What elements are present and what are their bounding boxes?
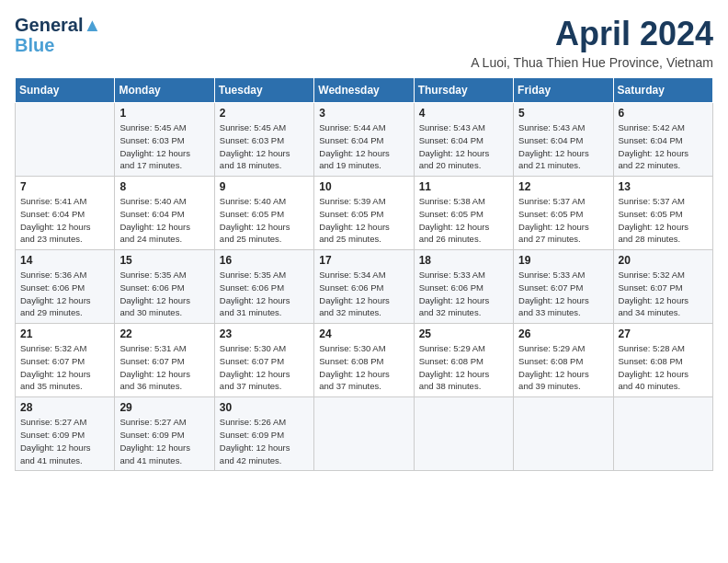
logo: General▲ Blue bbox=[15, 15, 101, 55]
day-info: Sunrise: 5:43 AMSunset: 6:04 PMDaylight:… bbox=[419, 121, 508, 172]
day-info: Sunrise: 5:36 AMSunset: 6:06 PMDaylight:… bbox=[20, 269, 109, 319]
calendar-cell bbox=[414, 397, 513, 471]
calendar-cell: 26Sunrise: 5:29 AMSunset: 6:08 PMDayligh… bbox=[514, 324, 613, 397]
week-row-2: 7Sunrise: 5:41 AMSunset: 6:04 PMDaylight… bbox=[16, 177, 713, 250]
location-title: A Luoi, Thua Thien Hue Province, Vietnam bbox=[471, 55, 713, 70]
day-info: Sunrise: 5:42 AMSunset: 6:04 PMDaylight:… bbox=[619, 121, 708, 172]
day-info: Sunrise: 5:45 AMSunset: 6:03 PMDaylight:… bbox=[119, 121, 209, 172]
day-number: 6 bbox=[619, 107, 708, 120]
title-block: April 2024 A Luoi, Thua Thien Hue Provin… bbox=[471, 15, 713, 70]
logo-line1: General▲ bbox=[15, 15, 101, 35]
day-number: 4 bbox=[419, 107, 508, 120]
weekday-header-monday: Monday bbox=[115, 78, 214, 103]
day-info: Sunrise: 5:31 AMSunset: 6:07 PMDaylight:… bbox=[119, 342, 209, 393]
calendar-cell bbox=[613, 397, 712, 471]
day-number: 28 bbox=[20, 401, 109, 414]
calendar-cell: 12Sunrise: 5:37 AMSunset: 6:05 PMDayligh… bbox=[514, 177, 613, 250]
calendar-cell: 19Sunrise: 5:33 AMSunset: 6:07 PMDayligh… bbox=[514, 250, 613, 324]
weekday-header-thursday: Thursday bbox=[414, 78, 513, 103]
day-info: Sunrise: 5:44 AMSunset: 6:04 PMDaylight:… bbox=[319, 121, 408, 172]
day-number: 5 bbox=[518, 107, 608, 120]
calendar-cell: 30Sunrise: 5:26 AMSunset: 6:09 PMDayligh… bbox=[214, 397, 313, 471]
day-number: 2 bbox=[220, 107, 309, 120]
calendar-cell: 28Sunrise: 5:27 AMSunset: 6:09 PMDayligh… bbox=[16, 397, 115, 471]
calendar-cell: 13Sunrise: 5:37 AMSunset: 6:05 PMDayligh… bbox=[613, 177, 712, 250]
day-number: 29 bbox=[119, 401, 209, 414]
day-info: Sunrise: 5:43 AMSunset: 6:04 PMDaylight:… bbox=[518, 121, 608, 172]
day-info: Sunrise: 5:30 AMSunset: 6:07 PMDaylight:… bbox=[220, 342, 309, 393]
day-number: 8 bbox=[119, 180, 209, 193]
calendar-cell: 8Sunrise: 5:40 AMSunset: 6:04 PMDaylight… bbox=[115, 177, 214, 250]
day-number: 7 bbox=[20, 180, 109, 193]
day-number: 9 bbox=[220, 180, 309, 193]
day-number: 19 bbox=[518, 254, 608, 267]
day-info: Sunrise: 5:39 AMSunset: 6:05 PMDaylight:… bbox=[319, 195, 408, 246]
day-info: Sunrise: 5:37 AMSunset: 6:05 PMDaylight:… bbox=[518, 195, 608, 246]
page-header: General▲ Blue April 2024 A Luoi, Thua Th… bbox=[15, 15, 713, 70]
day-number: 16 bbox=[220, 254, 309, 267]
day-info: Sunrise: 5:37 AMSunset: 6:05 PMDaylight:… bbox=[619, 195, 708, 246]
calendar-cell: 14Sunrise: 5:36 AMSunset: 6:06 PMDayligh… bbox=[16, 250, 115, 324]
calendar-cell bbox=[16, 103, 115, 177]
day-info: Sunrise: 5:35 AMSunset: 6:06 PMDaylight:… bbox=[119, 269, 209, 319]
calendar-cell: 23Sunrise: 5:30 AMSunset: 6:07 PMDayligh… bbox=[214, 324, 313, 397]
day-info: Sunrise: 5:35 AMSunset: 6:06 PMDaylight:… bbox=[220, 269, 309, 319]
weekday-header-friday: Friday bbox=[514, 78, 613, 103]
day-info: Sunrise: 5:40 AMSunset: 6:05 PMDaylight:… bbox=[220, 195, 309, 246]
weekday-header-saturday: Saturday bbox=[613, 78, 712, 103]
day-info: Sunrise: 5:27 AMSunset: 6:09 PMDaylight:… bbox=[20, 416, 109, 466]
day-info: Sunrise: 5:32 AMSunset: 6:07 PMDaylight:… bbox=[619, 269, 708, 319]
weekday-header-sunday: Sunday bbox=[16, 78, 115, 103]
day-number: 23 bbox=[220, 327, 309, 340]
day-number: 27 bbox=[619, 327, 708, 340]
calendar-cell: 29Sunrise: 5:27 AMSunset: 6:09 PMDayligh… bbox=[115, 397, 214, 471]
day-info: Sunrise: 5:40 AMSunset: 6:04 PMDaylight:… bbox=[119, 195, 209, 246]
calendar-cell: 9Sunrise: 5:40 AMSunset: 6:05 PMDaylight… bbox=[214, 177, 313, 250]
calendar-cell: 11Sunrise: 5:38 AMSunset: 6:05 PMDayligh… bbox=[414, 177, 513, 250]
calendar-cell: 17Sunrise: 5:34 AMSunset: 6:06 PMDayligh… bbox=[314, 250, 414, 324]
week-row-4: 21Sunrise: 5:32 AMSunset: 6:07 PMDayligh… bbox=[16, 324, 713, 397]
calendar-cell bbox=[314, 397, 414, 471]
day-info: Sunrise: 5:34 AMSunset: 6:06 PMDaylight:… bbox=[319, 269, 408, 319]
calendar-cell: 10Sunrise: 5:39 AMSunset: 6:05 PMDayligh… bbox=[314, 177, 414, 250]
day-number: 21 bbox=[20, 327, 109, 340]
calendar-cell: 20Sunrise: 5:32 AMSunset: 6:07 PMDayligh… bbox=[613, 250, 712, 324]
day-number: 11 bbox=[419, 180, 508, 193]
weekday-header-row: SundayMondayTuesdayWednesdayThursdayFrid… bbox=[16, 78, 713, 103]
logo-line2: Blue bbox=[15, 35, 101, 55]
day-info: Sunrise: 5:38 AMSunset: 6:05 PMDaylight:… bbox=[419, 195, 508, 246]
day-info: Sunrise: 5:26 AMSunset: 6:09 PMDaylight:… bbox=[220, 416, 309, 466]
calendar-cell: 6Sunrise: 5:42 AMSunset: 6:04 PMDaylight… bbox=[613, 103, 712, 177]
day-number: 14 bbox=[20, 254, 109, 267]
day-info: Sunrise: 5:32 AMSunset: 6:07 PMDaylight:… bbox=[20, 342, 109, 393]
calendar-cell: 18Sunrise: 5:33 AMSunset: 6:06 PMDayligh… bbox=[414, 250, 513, 324]
calendar-cell: 4Sunrise: 5:43 AMSunset: 6:04 PMDaylight… bbox=[414, 103, 513, 177]
month-title: April 2024 bbox=[471, 15, 713, 53]
calendar-cell: 16Sunrise: 5:35 AMSunset: 6:06 PMDayligh… bbox=[214, 250, 313, 324]
day-info: Sunrise: 5:45 AMSunset: 6:03 PMDaylight:… bbox=[220, 121, 309, 172]
day-number: 25 bbox=[419, 327, 508, 340]
calendar-cell: 7Sunrise: 5:41 AMSunset: 6:04 PMDaylight… bbox=[16, 177, 115, 250]
calendar-cell: 2Sunrise: 5:45 AMSunset: 6:03 PMDaylight… bbox=[214, 103, 313, 177]
calendar-cell: 1Sunrise: 5:45 AMSunset: 6:03 PMDaylight… bbox=[115, 103, 214, 177]
day-info: Sunrise: 5:29 AMSunset: 6:08 PMDaylight:… bbox=[419, 342, 508, 393]
day-number: 30 bbox=[220, 401, 309, 414]
weekday-header-tuesday: Tuesday bbox=[214, 78, 313, 103]
day-info: Sunrise: 5:41 AMSunset: 6:04 PMDaylight:… bbox=[20, 195, 109, 246]
day-number: 13 bbox=[619, 180, 708, 193]
calendar-cell: 22Sunrise: 5:31 AMSunset: 6:07 PMDayligh… bbox=[115, 324, 214, 397]
calendar-table: SundayMondayTuesdayWednesdayThursdayFrid… bbox=[15, 77, 713, 471]
calendar-cell bbox=[514, 397, 613, 471]
calendar-cell: 27Sunrise: 5:28 AMSunset: 6:08 PMDayligh… bbox=[613, 324, 712, 397]
day-info: Sunrise: 5:27 AMSunset: 6:09 PMDaylight:… bbox=[119, 416, 209, 466]
day-number: 18 bbox=[419, 254, 508, 267]
week-row-1: 1Sunrise: 5:45 AMSunset: 6:03 PMDaylight… bbox=[16, 103, 713, 177]
day-info: Sunrise: 5:33 AMSunset: 6:06 PMDaylight:… bbox=[419, 269, 508, 319]
day-number: 15 bbox=[119, 254, 209, 267]
day-info: Sunrise: 5:28 AMSunset: 6:08 PMDaylight:… bbox=[619, 342, 708, 393]
day-number: 1 bbox=[119, 107, 209, 120]
week-row-5: 28Sunrise: 5:27 AMSunset: 6:09 PMDayligh… bbox=[16, 397, 713, 471]
calendar-cell: 21Sunrise: 5:32 AMSunset: 6:07 PMDayligh… bbox=[16, 324, 115, 397]
calendar-cell: 5Sunrise: 5:43 AMSunset: 6:04 PMDaylight… bbox=[514, 103, 613, 177]
day-info: Sunrise: 5:30 AMSunset: 6:08 PMDaylight:… bbox=[319, 342, 408, 393]
